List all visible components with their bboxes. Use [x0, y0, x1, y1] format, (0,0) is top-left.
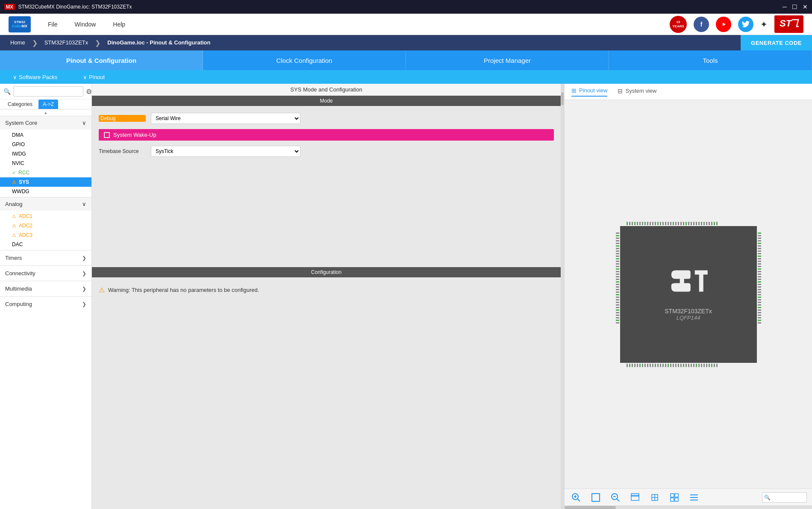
tab-pinout-configuration[interactable]: Pinout & Configuration — [0, 50, 203, 70]
category-computing[interactable]: Computing ❯ — [0, 296, 91, 312]
pin — [655, 364, 656, 367]
youtube-icon[interactable] — [716, 17, 731, 32]
list-button[interactable] — [688, 491, 700, 504]
tab-a-z[interactable]: A->Z — [38, 100, 58, 109]
tab-tools[interactable]: Tools — [609, 50, 812, 70]
pin — [709, 222, 710, 225]
breadcrumb-device[interactable]: STM32F103ZETx — [38, 35, 94, 50]
sidebar-item-sys[interactable]: ⚠ SYS — [0, 177, 91, 187]
layer1-button[interactable] — [629, 491, 641, 504]
file-menu[interactable]: File — [48, 21, 58, 28]
pin — [616, 291, 619, 293]
pinout-item[interactable]: ∨ Pinout — [83, 74, 105, 80]
system-view-tab[interactable]: ⊟ System view — [618, 88, 656, 96]
breadcrumb-project[interactable]: DinoGame.ioc - Pinout & Configuration — [101, 35, 216, 50]
st-chip-logo-svg — [667, 268, 709, 302]
facebook-icon[interactable]: f — [694, 17, 709, 32]
center-panel: SYS Mode and Configuration Mode Debug Se… — [92, 84, 561, 509]
divider-handle[interactable] — [561, 92, 564, 105]
pin — [685, 364, 687, 367]
panel-divider[interactable] — [561, 84, 564, 509]
sidebar-item-dac[interactable]: DAC — [0, 240, 91, 249]
sidebar-item-rcc[interactable]: ✓ RCC — [0, 168, 91, 177]
category-timers[interactable]: Timers ❯ — [0, 250, 91, 265]
analog-items: ⚠ ADC1 ⚠ ADC2 ⚠ ADC3 DAC — [0, 211, 91, 250]
category-multimedia[interactable]: Multimedia ❯ — [0, 281, 91, 296]
debug-field-row: Debug Serial Wire No Debug JTAG (4 pins)… — [99, 113, 554, 124]
twitter-icon[interactable] — [738, 17, 753, 32]
tab-clock-configuration[interactable]: Clock Configuration — [203, 50, 406, 70]
pin — [639, 222, 641, 225]
tab-project-manager[interactable]: Project Manager — [406, 50, 609, 70]
sidebar-item-dma[interactable]: DMA — [0, 130, 91, 140]
sidebar-item-adc3[interactable]: ⚠ ADC3 — [0, 230, 91, 240]
pin — [683, 364, 684, 367]
sidebar-item-nvic[interactable]: NVIC — [0, 159, 91, 168]
pin — [711, 364, 712, 367]
tab-categories[interactable]: Categories — [3, 100, 37, 109]
scroll-up[interactable]: ▲ — [0, 109, 91, 116]
pin — [758, 274, 761, 275]
minimize-button[interactable]: ─ — [783, 3, 787, 10]
system-wakeup-checkbox[interactable] — [104, 132, 110, 138]
settings-icon[interactable]: ⚙ — [86, 88, 92, 96]
sidebar-item-wwdg[interactable]: WWDG — [0, 187, 91, 196]
pin — [632, 364, 633, 367]
config-section-header: Configuration — [92, 267, 561, 277]
pin — [758, 307, 761, 308]
close-button[interactable]: ✕ — [803, 3, 808, 10]
sidebar-item-iwdg[interactable]: IWDG — [0, 149, 91, 159]
fit-screen-button[interactable] — [589, 491, 602, 504]
window-menu[interactable]: Window — [75, 21, 96, 28]
sidebar-item-adc2[interactable]: ⚠ ADC2 — [0, 221, 91, 230]
timebase-select[interactable]: SysTick TIM1 TIM2 — [151, 146, 300, 157]
pin — [634, 364, 635, 367]
software-packs-item[interactable]: ∨ Software Packs — [13, 74, 57, 80]
sub-toolbar: ∨ Software Packs ∨ Pinout — [0, 70, 812, 84]
grid-button[interactable] — [668, 491, 681, 504]
category-connectivity[interactable]: Connectivity ❯ — [0, 265, 91, 281]
pin — [758, 240, 761, 241]
pin — [670, 222, 671, 225]
pin — [673, 364, 674, 367]
pin — [758, 294, 761, 295]
layer2-button[interactable] — [648, 491, 661, 504]
zoom-in-button[interactable] — [570, 491, 583, 504]
breadcrumb-home[interactable]: Home — [4, 35, 31, 50]
pin — [716, 222, 718, 225]
pinout-view-tab[interactable]: ⊞ Pinout view — [571, 87, 607, 97]
sidebar-item-adc1[interactable]: ⚠ ADC1 — [0, 212, 91, 221]
sidebar-item-gpio[interactable]: GPIO — [0, 140, 91, 149]
menu-items: File Window Help — [48, 21, 125, 28]
pin — [758, 266, 761, 267]
checkbox-fill — [105, 133, 109, 137]
pin — [642, 364, 643, 367]
multimedia-chevron-icon: ❯ — [82, 286, 86, 292]
pin — [616, 304, 619, 306]
generate-code-button[interactable]: GENERATE CODE — [741, 35, 812, 50]
pin — [683, 222, 684, 225]
maximize-button[interactable]: ☐ — [792, 3, 797, 10]
help-menu[interactable]: Help — [113, 21, 125, 28]
pin — [691, 222, 692, 225]
pin — [709, 364, 710, 367]
pin — [688, 222, 689, 225]
system-core-items: DMA GPIO IWDG NVIC ✓ RCC ⚠ SYS — [0, 129, 91, 197]
scroll-thumb-h[interactable] — [565, 506, 616, 509]
system-view-icon: ⊟ — [618, 88, 623, 94]
menu-bar-right: 10YEARS f ✦ ST — [670, 15, 803, 33]
horizontal-scrollbar[interactable] — [565, 506, 812, 509]
bottom-search-input[interactable] — [772, 493, 806, 502]
debug-select[interactable]: Serial Wire No Debug JTAG (4 pins) JTAG … — [151, 113, 300, 124]
pin — [758, 250, 761, 252]
pin — [616, 235, 619, 236]
zoom-out-button[interactable] — [609, 491, 622, 504]
pin — [637, 364, 638, 367]
sidebar: 🔍 ⚙ Categories A->Z ▲ System Core ∨ DMA — [0, 84, 92, 509]
category-system-core[interactable]: System Core ∨ — [0, 116, 91, 129]
pin — [693, 364, 694, 367]
pin — [758, 258, 761, 259]
pin — [696, 222, 697, 225]
search-input[interactable] — [13, 86, 83, 97]
category-analog[interactable]: Analog ∨ — [0, 197, 91, 211]
